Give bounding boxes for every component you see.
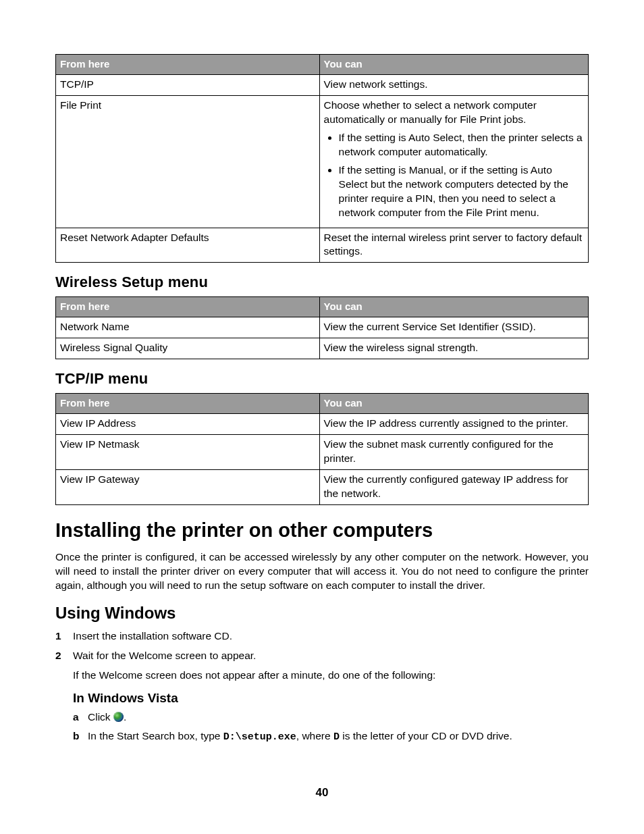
section-heading-tcpip: TCP/IP menu <box>55 369 589 389</box>
cell: Network Name <box>56 317 320 338</box>
section-heading-wireless: Wireless Setup menu <box>55 272 589 292</box>
cell: Choose whether to select a network compu… <box>319 96 588 228</box>
section-heading-windows: Using Windows <box>55 602 589 624</box>
cell: File Print <box>56 96 320 228</box>
intro-paragraph: Once the printer is configured, it can b… <box>55 550 589 593</box>
step-text: Click . <box>88 711 126 723</box>
step-marker: a <box>73 710 79 725</box>
step-item: b In the Start Search box, type D:\setup… <box>73 729 589 744</box>
tcpip-menu-table: From here You can View IP Address View t… <box>55 393 589 505</box>
step-text: Insert the installation software CD. <box>73 630 232 642</box>
table-row: Reset Network Adapter Defaults Reset the… <box>56 228 589 263</box>
step-text: In the Start Search box, type D:\setup.e… <box>88 730 512 741</box>
cell: View network settings. <box>319 75 588 96</box>
cell: View IP Gateway <box>56 469 320 504</box>
code-text: D <box>333 731 340 743</box>
list-item: If the setting is Auto Select, then the … <box>339 131 584 159</box>
code-text: D:\setup.exe <box>223 731 296 743</box>
table-header: You can <box>319 55 588 75</box>
cell: View the wireless signal strength. <box>319 338 588 359</box>
cell: View IP Netmask <box>56 435 320 470</box>
cell-bullet-list: If the setting is Auto Select, then the … <box>324 131 584 220</box>
table-header: You can <box>319 393 588 413</box>
step-marker: 2 <box>55 649 61 663</box>
cell-text: Choose whether to select a network compu… <box>324 99 584 127</box>
cell: Reset Network Adapter Defaults <box>56 228 320 263</box>
table-header: From here <box>56 55 320 75</box>
cell: TCP/IP <box>56 75 320 96</box>
section-heading-vista: In Windows Vista <box>73 689 589 707</box>
list-item: If the setting is Manual, or if the sett… <box>339 163 584 220</box>
main-heading: Installing the printer on other computer… <box>55 517 589 544</box>
cell: View the IP address currently assigned t… <box>319 414 588 435</box>
cell: Wireless Signal Quality <box>56 338 320 359</box>
cell: View the current Service Set Identifier … <box>319 317 588 338</box>
table-header: From here <box>56 297 320 317</box>
cell: View the currently configured gateway IP… <box>319 469 588 504</box>
table-row: Network Name View the current Service Se… <box>56 317 589 338</box>
table-row: TCP/IP View network settings. <box>56 75 589 96</box>
wireless-setup-table: From here You can Network Name View the … <box>55 296 589 359</box>
numbered-steps: 1 Insert the installation software CD. 2… <box>55 629 589 663</box>
table-header: From here <box>56 393 320 413</box>
step-note: If the Welcome screen does not appear af… <box>73 669 589 683</box>
step-marker: 1 <box>55 629 61 644</box>
step-marker: b <box>73 729 79 744</box>
table-row: View IP Netmask View the subnet mask cur… <box>56 435 589 470</box>
table-header: You can <box>319 297 588 317</box>
cell: View the subnet mask currently configure… <box>319 435 588 470</box>
table-row: File Print Choose whether to select a ne… <box>56 96 589 228</box>
step-item: 1 Insert the installation software CD. <box>55 629 589 644</box>
windows-start-icon <box>113 712 124 722</box>
table-row: Wireless Signal Quality View the wireles… <box>56 338 589 359</box>
cell: View IP Address <box>56 414 320 435</box>
table-row: View IP Gateway View the currently confi… <box>56 469 589 504</box>
step-item: 2 Wait for the Welcome screen to appear. <box>55 649 589 663</box>
step-text: Wait for the Welcome screen to appear. <box>73 650 256 661</box>
network-menu-table: From here You can TCP/IP View network se… <box>55 54 589 263</box>
page-number: 40 <box>55 785 589 801</box>
step-item: a Click . <box>73 710 589 725</box>
table-row: View IP Address View the IP address curr… <box>56 414 589 435</box>
alpha-steps: a Click . b In the Start Search box, typ… <box>73 710 589 744</box>
cell: Reset the internal wireless print server… <box>319 228 588 263</box>
